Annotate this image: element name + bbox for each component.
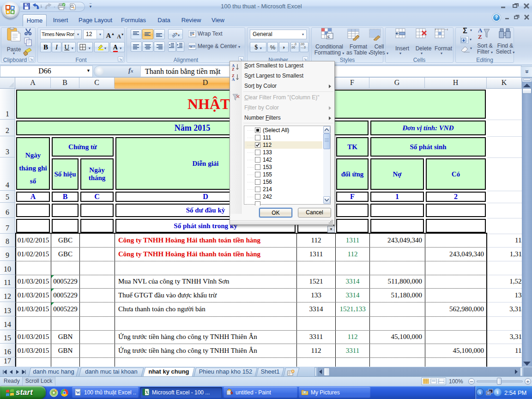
svg-text:A: A	[232, 77, 235, 81]
svg-text:≤: ≤	[327, 34, 330, 39]
svg-text:→.0: →.0	[300, 46, 306, 49]
svg-text:ab: ab	[171, 31, 178, 38]
svg-text:Z: Z	[232, 67, 235, 71]
svg-text:.00: .00	[291, 46, 295, 49]
svg-text:.00: .00	[300, 42, 304, 46]
svg-text:X: X	[145, 390, 149, 395]
svg-text:W: W	[76, 390, 80, 395]
svg-text:A: A	[478, 27, 483, 34]
svg-text:Z: Z	[478, 33, 482, 40]
svg-text:←.0: ←.0	[291, 42, 296, 46]
